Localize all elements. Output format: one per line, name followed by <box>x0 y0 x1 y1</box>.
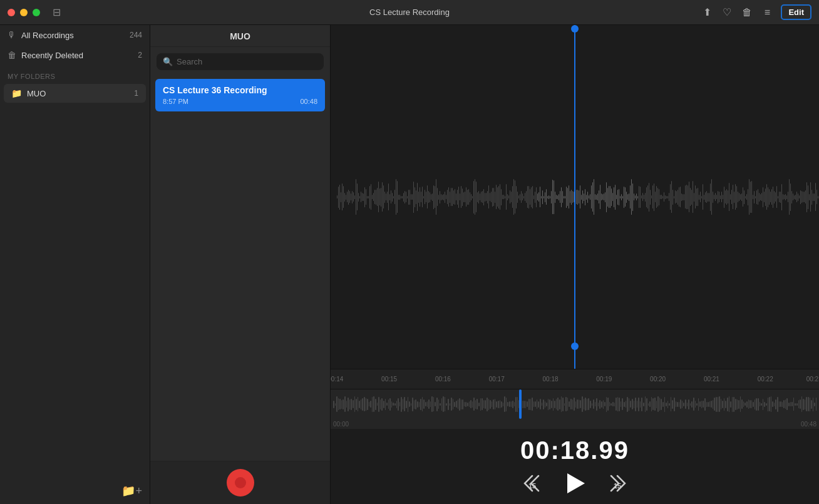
recording-duration: 00:48 <box>300 98 317 105</box>
playback-area: 00:18.99 15 15 <box>331 429 819 504</box>
sidebar-item-all-recordings[interactable]: 🎙 All Recordings 244 <box>0 25 150 45</box>
sidebar-bottom: 📁+ <box>0 478 150 504</box>
search-icon: 🔍 <box>163 57 173 66</box>
window-title: CS Lecture Recording <box>369 8 450 17</box>
share-icon[interactable]: ⬆ <box>701 6 713 18</box>
middle-header: MUO <box>150 25 330 47</box>
ruler-label-9: 00:23 <box>806 376 819 383</box>
time-display: 00:18.99 <box>520 436 629 465</box>
playhead-bottom <box>571 342 579 350</box>
waveform-area[interactable] <box>331 25 819 369</box>
maximize-button[interactable] <box>33 9 40 16</box>
middle-bottom <box>150 461 330 504</box>
sidebar: 🎙 All Recordings 244 🗑 Recently Deleted … <box>0 25 150 504</box>
timeline-ruler: 00:1400:1500:1600:1700:1800:1900:2000:21… <box>331 369 819 389</box>
forward-icon: 15 <box>606 472 629 495</box>
controls-row: 15 15 <box>521 470 629 497</box>
sidebar-folder-muo-count: 1 <box>134 89 138 98</box>
trash-icon: 🗑 <box>8 50 16 60</box>
sidebar-item-muo[interactable]: 📁 MUO 1 <box>4 84 146 103</box>
play-button[interactable] <box>561 470 589 497</box>
ruler-label-7: 00:21 <box>704 376 719 383</box>
menu-icon[interactable]: ≡ <box>761 7 773 18</box>
recording-time: 8:57 PM <box>163 98 188 105</box>
sidebar-toggle-icon[interactable]: ⊟ <box>45 6 70 18</box>
ruler-label-2: 00:16 <box>435 376 451 383</box>
playhead-top <box>571 25 579 33</box>
search-bar: 🔍 <box>157 53 324 70</box>
favorite-icon[interactable]: ♡ <box>721 6 733 18</box>
sidebar-item-recently-deleted[interactable]: 🗑 Recently Deleted 2 <box>0 45 150 65</box>
scrubber-time-right: 00:48 <box>801 421 816 428</box>
play-triangle <box>567 473 585 493</box>
ruler-label-1: 00:15 <box>381 376 397 383</box>
sidebar-item-recently-deleted-count: 2 <box>138 51 142 59</box>
recording-meta: 8:57 PM 00:48 <box>163 98 317 105</box>
rewind-button[interactable]: 15 <box>521 472 543 495</box>
search-input[interactable] <box>177 57 317 66</box>
ruler-label-8: 00:22 <box>758 376 773 383</box>
title-bar: ⊟ CS Lecture Recording ⬆ ♡ 🗑 ≡ Edit <box>0 0 819 25</box>
mic-icon: 🎙 <box>8 30 16 40</box>
sidebar-item-all-recordings-count: 244 <box>130 31 142 39</box>
sidebar-item-recently-deleted-label: Recently Deleted <box>21 51 133 60</box>
scrubber-time-left: 00:00 <box>333 421 349 428</box>
playhead-line <box>574 25 575 369</box>
title-bar-actions: ⬆ ♡ 🗑 ≡ Edit <box>701 4 819 20</box>
scrubber-area[interactable]: 00:00 00:48 <box>331 389 819 429</box>
edit-button[interactable]: Edit <box>781 4 811 20</box>
scrubber-waveform <box>331 389 819 419</box>
forward-button[interactable]: 15 <box>606 472 629 495</box>
minimize-button[interactable] <box>20 9 28 16</box>
main-content: 🎙 All Recordings 244 🗑 Recently Deleted … <box>0 25 819 504</box>
sidebar-item-all-recordings-label: All Recordings <box>21 31 125 40</box>
recording-title: CS Lecture 36 Recording <box>163 85 317 95</box>
scrubber-handle[interactable] <box>519 389 522 419</box>
record-button-inner <box>235 477 246 488</box>
right-panel: 00:1400:1500:1600:1700:1800:1900:2000:21… <box>331 25 819 504</box>
ruler-label-0: 00:14 <box>331 376 343 383</box>
record-button[interactable] <box>227 469 254 496</box>
rewind-icon: 15 <box>521 472 543 495</box>
recording-item[interactable]: CS Lecture 36 Recording 8:57 PM 00:48 <box>155 79 325 111</box>
ruler-label-5: 00:19 <box>596 376 612 383</box>
close-button[interactable] <box>8 9 15 16</box>
trash-icon[interactable]: 🗑 <box>741 7 753 18</box>
title-bar-left: ⊟ <box>0 6 150 18</box>
middle-panel: MUO 🔍 CS Lecture 36 Recording 8:57 PM 00… <box>150 25 331 504</box>
sidebar-folder-muo-label: MUO <box>27 89 129 98</box>
my-folders-label: My Folders <box>0 65 150 83</box>
ruler-label-4: 00:18 <box>542 376 558 383</box>
folder-icon: 📁 <box>11 88 22 98</box>
new-folder-button[interactable]: 📁+ <box>121 484 142 498</box>
ruler-label-6: 00:20 <box>650 376 666 383</box>
ruler-label-3: 00:17 <box>489 376 505 383</box>
